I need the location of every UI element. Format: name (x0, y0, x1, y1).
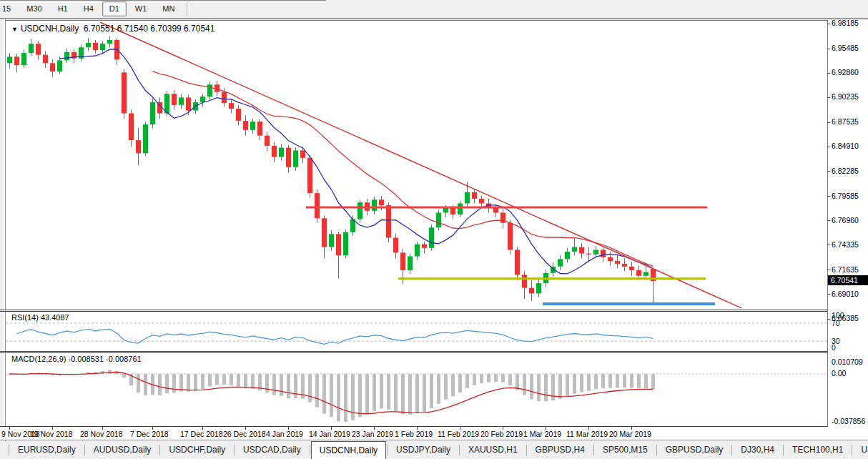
bear-candle (386, 205, 391, 237)
macd-axis-label: 0.010709 (832, 357, 863, 367)
bull-candle (408, 256, 413, 270)
tab-dj30-h4[interactable]: DJ30,H4 (733, 441, 782, 459)
toolbar-top-edge (0, 0, 326, 1)
bear-candle (608, 257, 613, 261)
macd-histogram-bar (365, 374, 369, 415)
macd-histogram-bar (122, 374, 126, 377)
tab-audusd-daily[interactable]: AUDUSD,Daily (86, 441, 159, 459)
time-axis[interactable]: 9 Nov 201819 Nov 201828 Nov 20187 Dec 20… (0, 427, 868, 440)
macd-histogram-bar (401, 374, 405, 414)
bear-candle (508, 223, 513, 250)
macd-histogram-bar (287, 374, 290, 398)
tab-eurusd-daily[interactable]: EURUSD,Daily (10, 441, 84, 459)
macd-canvas[interactable] (6, 353, 827, 426)
macd-histogram-bar (222, 374, 226, 385)
bear-candle (136, 140, 141, 153)
bull-candle (643, 272, 648, 276)
date-axis-label: 28 Nov 2018 (80, 430, 123, 438)
tab-gbpusd-daily[interactable]: GBPUSD,Daily (658, 441, 731, 459)
bull-candle (458, 203, 463, 214)
rsi-axis-label: 0 (832, 343, 836, 352)
price-axis-tick (827, 220, 830, 221)
macd-histogram-bar (558, 374, 562, 399)
macd-histogram-bar (630, 374, 633, 388)
tab-separator (84, 445, 85, 455)
bull-candle (86, 43, 91, 47)
bull-candle (21, 53, 26, 65)
bear-candle (43, 55, 48, 64)
bull-candle (207, 84, 212, 97)
macd-histogram-bar (308, 374, 312, 403)
tab-tech100-h1[interactable]: TECH100,H1 (784, 441, 851, 459)
macd-histogram-bar (272, 374, 276, 395)
macd-histogram-bar (351, 374, 355, 420)
macd-histogram-bar (315, 374, 319, 408)
bull-candle (143, 124, 148, 153)
bull-candle (558, 259, 563, 266)
toolbar-separator (187, 1, 189, 16)
price-axis-label: 6.87535 (832, 117, 859, 127)
timeframe-button-H4[interactable]: H4 (77, 1, 101, 16)
date-axis-label: 20 Feb 2019 (480, 430, 523, 438)
price-axis-label: 6.92860 (832, 68, 859, 77)
bull-candle (7, 56, 12, 63)
macd-histogram-bar (537, 374, 541, 401)
macd-histogram-bar (294, 374, 297, 398)
macd-histogram-bar (451, 374, 455, 396)
tab-usdcnh-daily[interactable]: USDCNH,Daily (311, 441, 386, 459)
bull-candle (343, 232, 348, 255)
timeframe-button-MN[interactable]: MN (155, 1, 182, 16)
timeframe-button-15[interactable]: 15 (0, 1, 18, 16)
bear-candle (286, 148, 291, 167)
tab-sp500-m15[interactable]: SP500,M15 (595, 441, 656, 459)
macd-histogram-bar (601, 374, 605, 388)
price-axis-tick (827, 319, 830, 320)
window-left-rail (0, 19, 6, 441)
timeframe-button-D1[interactable]: D1 (102, 1, 127, 16)
price-axis-tick (827, 270, 830, 270)
bull-candle (107, 40, 112, 44)
macd-label: MACD(12,26,9) -0.008531 -0.008761 (11, 355, 142, 363)
bear-candle (315, 193, 320, 218)
tab-partial[interactable]: U (853, 441, 868, 459)
macd-histogram-bar (337, 374, 340, 421)
tab-separator (9, 445, 9, 455)
tab-separator (593, 445, 594, 455)
rsi-axis-label: 70 (832, 319, 840, 328)
macd-histogram-bar (458, 374, 462, 393)
macd-axis-label: -0.037856 (832, 417, 865, 426)
macd-histogram-bar (415, 374, 419, 413)
tab-usdcad-daily[interactable]: USDCAD,Daily (235, 441, 309, 459)
bull-candle (250, 122, 255, 130)
bear-candle (615, 261, 620, 264)
timeframe-button-W1[interactable]: W1 (128, 1, 154, 16)
macd-histogram-bar (172, 374, 176, 393)
bull-candle (429, 227, 434, 248)
rsi-line (17, 329, 654, 344)
macd-histogram-bar (494, 374, 498, 382)
tab-xauusd-h1[interactable]: XAUUSD,H1 (460, 441, 526, 459)
bear-candle (422, 245, 427, 248)
chart-symbol-label: USDCNH,Daily (21, 24, 79, 34)
timeframe-button-H1[interactable]: H1 (51, 1, 75, 16)
price-axis-label: 6.82285 (832, 167, 859, 176)
tab-gbpusd-h4[interactable]: GBPUSD,H4 (528, 441, 593, 459)
macd-histogram-bar (651, 374, 655, 389)
price-axis-label: 6.69010 (832, 290, 859, 299)
tab-usdjpy-daily[interactable]: USDJPY,Daily (388, 441, 458, 459)
macd-histogram-bar (394, 374, 398, 411)
price-chart-canvas[interactable] (6, 21, 827, 310)
price-axis-label: 6.90235 (832, 92, 859, 102)
rsi-canvas[interactable] (6, 312, 827, 351)
price-axis-label: 6.74335 (832, 240, 859, 250)
timeframe-button-M30[interactable]: M30 (19, 1, 49, 16)
tab-separator (783, 445, 784, 455)
tab-usdchf-daily[interactable]: USDCHF,Daily (161, 441, 233, 459)
macd-histogram-bar (158, 374, 162, 395)
rsi-panel: RSI(14) 43.4087 (6, 312, 827, 351)
macd-histogram-bar (580, 374, 583, 393)
descending-trendline[interactable] (100, 22, 741, 308)
bear-candle (322, 218, 327, 247)
chart-ohlc-values: 6.70551 6.71540 6.70399 6.70541 (84, 24, 215, 34)
price-chart-panel: ▼USDCNH,Daily 6.70551 6.71540 6.70399 6.… (6, 20, 827, 310)
